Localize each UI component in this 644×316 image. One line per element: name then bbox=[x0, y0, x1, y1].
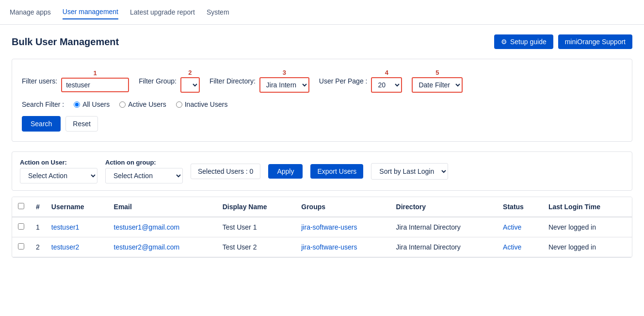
setup-guide-button[interactable]: ⚙ Setup guide bbox=[494, 34, 553, 49]
search-button[interactable]: Search bbox=[22, 116, 61, 132]
user-per-page-item: User Per Page : 4 20 50 100 bbox=[319, 69, 402, 93]
th-groups: Groups bbox=[295, 197, 390, 217]
th-last-login: Last Login Time bbox=[543, 197, 632, 217]
th-email: Email bbox=[108, 197, 217, 217]
row-status: Active bbox=[497, 237, 543, 257]
page-title: Bulk User Management bbox=[12, 36, 119, 48]
th-num: # bbox=[30, 197, 46, 217]
filter-group-select[interactable] bbox=[180, 77, 200, 93]
user-per-page-select[interactable]: 20 50 100 bbox=[371, 77, 402, 93]
filter-group-number: 2 bbox=[188, 69, 192, 76]
export-users-button[interactable]: Export Users bbox=[310, 164, 363, 179]
table-row: 1 testuser1 testuser1@gmail.com Test Use… bbox=[12, 217, 632, 237]
username-link[interactable]: testuser1 bbox=[51, 223, 80, 231]
filter-users-number: 1 bbox=[94, 69, 97, 77]
miniorange-support-button[interactable]: miniOrange Support bbox=[558, 34, 632, 49]
nav-user-management[interactable]: User management bbox=[63, 5, 118, 19]
select-all-checkbox[interactable] bbox=[18, 203, 24, 209]
radio-active-users-input[interactable] bbox=[119, 101, 126, 108]
table-row: 2 testuser2 testuser2@gmail.com Test Use… bbox=[12, 237, 632, 257]
action-on-user-select[interactable]: Select Action bbox=[20, 168, 97, 183]
filter-users-col: 1 bbox=[61, 69, 129, 92]
radio-inactive-users[interactable]: Inactive Users bbox=[176, 100, 228, 108]
date-filter-col: 5 Date Filter bbox=[412, 69, 463, 93]
th-status: Status bbox=[497, 197, 543, 217]
nav-system[interactable]: System bbox=[207, 5, 229, 19]
row-checkbox[interactable] bbox=[18, 243, 24, 249]
nav-manage-apps[interactable]: Manage apps bbox=[10, 5, 51, 19]
row-checkbox[interactable] bbox=[18, 223, 24, 230]
top-navigation: Manage apps User management Latest upgra… bbox=[0, 0, 644, 25]
search-filter-row: Search Filter : All Users Active Users I… bbox=[22, 100, 622, 108]
username-link[interactable]: testuser2 bbox=[51, 243, 80, 251]
filter-directory-col: 3 Jira Intern bbox=[259, 69, 309, 93]
sort-select[interactable]: Sort by Last Login bbox=[371, 163, 448, 180]
user-per-page-number: 4 bbox=[385, 69, 388, 76]
action-on-user-group: Action on User: Select Action bbox=[20, 159, 97, 183]
filter-row: Filter users: 1 Filter Group: 2 Filter bbox=[22, 69, 622, 93]
user-per-page-col: 4 20 50 100 bbox=[371, 69, 402, 93]
th-display-name: Display Name bbox=[217, 197, 296, 217]
radio-all-users[interactable]: All Users bbox=[74, 100, 110, 108]
search-filter-label: Search Filter : bbox=[22, 100, 64, 108]
radio-active-users[interactable]: Active Users bbox=[119, 100, 166, 108]
email-link[interactable]: testuser1@gmail.com bbox=[114, 223, 180, 231]
page-header: Bulk User Management ⚙ Setup guide miniO… bbox=[12, 34, 632, 49]
user-table: # Username Email Display Name Groups Dir… bbox=[12, 197, 632, 257]
filter-users-label: Filter users: bbox=[22, 77, 57, 85]
filter-users-item: Filter users: 1 bbox=[22, 69, 129, 92]
search-action-buttons: Search Reset bbox=[22, 116, 622, 132]
user-per-page-label: User Per Page : bbox=[319, 77, 368, 85]
main-content: Bulk User Management ⚙ Setup guide miniO… bbox=[0, 25, 644, 267]
reset-button[interactable]: Reset bbox=[65, 116, 98, 132]
row-directory: Jira Internal Directory bbox=[390, 237, 498, 257]
row-last-login: Never logged in bbox=[543, 237, 632, 257]
group-link[interactable]: jira-software-users bbox=[301, 223, 384, 231]
group-link[interactable]: jira-software-users bbox=[301, 243, 384, 251]
action-on-group-group: Action on group: Select Action bbox=[105, 159, 183, 183]
filter-group-label: Filter Group: bbox=[139, 77, 177, 85]
filter-directory-label: Filter Directory: bbox=[209, 77, 256, 85]
action-on-group-select[interactable]: Select Action bbox=[105, 168, 183, 183]
row-email: testuser1@gmail.com bbox=[108, 217, 217, 237]
radio-all-users-input[interactable] bbox=[74, 101, 80, 108]
filter-directory-select[interactable]: Jira Intern bbox=[259, 77, 309, 93]
row-display-name: Test User 2 bbox=[217, 237, 296, 257]
selected-users-box: Selected Users : 0 bbox=[191, 164, 260, 179]
date-filter-number: 5 bbox=[435, 69, 439, 76]
table-header: # Username Email Display Name Groups Dir… bbox=[12, 197, 632, 217]
email-link[interactable]: testuser2@gmail.com bbox=[114, 243, 180, 251]
filter-group-col: 2 bbox=[180, 69, 200, 93]
row-display-name: Test User 1 bbox=[217, 217, 296, 237]
status-badge[interactable]: Active bbox=[503, 223, 521, 231]
status-badge[interactable]: Active bbox=[503, 243, 521, 251]
nav-latest-upgrade[interactable]: Latest upgrade report bbox=[130, 5, 195, 19]
row-directory: Jira Internal Directory bbox=[390, 217, 498, 237]
filter-directory-number: 3 bbox=[283, 69, 286, 76]
filter-group-item: Filter Group: 2 bbox=[139, 69, 200, 93]
row-groups: jira-software-users bbox=[295, 217, 390, 237]
date-filter-select[interactable]: Date Filter bbox=[412, 77, 463, 93]
row-status: Active bbox=[497, 217, 543, 237]
th-directory: Directory bbox=[390, 197, 498, 217]
apply-button[interactable]: Apply bbox=[268, 164, 303, 179]
row-checkbox-cell bbox=[12, 217, 30, 237]
action-section: Action on User: Select Action Action on … bbox=[12, 151, 632, 191]
user-table-wrap: # Username Email Display Name Groups Dir… bbox=[12, 197, 632, 258]
th-username: Username bbox=[46, 197, 108, 217]
gear-icon: ⚙ bbox=[501, 38, 507, 46]
date-filter-item: 5 Date Filter bbox=[412, 69, 463, 93]
filter-section: Filter users: 1 Filter Group: 2 Filter bbox=[12, 59, 632, 142]
th-checkbox bbox=[12, 197, 30, 217]
action-on-user-label: Action on User: bbox=[20, 159, 97, 166]
filter-users-input[interactable] bbox=[61, 78, 129, 92]
row-groups: jira-software-users bbox=[295, 237, 390, 257]
header-buttons: ⚙ Setup guide miniOrange Support bbox=[494, 34, 632, 49]
row-num: 2 bbox=[30, 237, 46, 257]
filter-directory-item: Filter Directory: 3 Jira Intern bbox=[209, 69, 309, 93]
radio-inactive-users-input[interactable] bbox=[176, 101, 182, 108]
row-checkbox-cell bbox=[12, 237, 30, 257]
row-username: testuser1 bbox=[46, 217, 108, 237]
action-row: Action on User: Select Action Action on … bbox=[20, 159, 624, 183]
row-last-login: Never logged in bbox=[543, 217, 632, 237]
